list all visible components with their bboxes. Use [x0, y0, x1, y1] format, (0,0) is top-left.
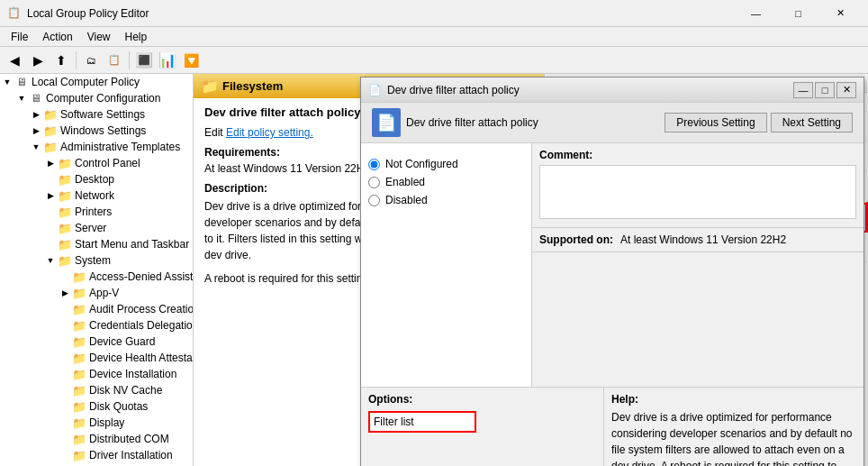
toolbar-show-hide[interactable]: 🗂 [80, 50, 102, 71]
sidebar-item-audit-process[interactable]: 📁 Audit Process Creation [0, 301, 193, 317]
label-device-guard: Device Guard [89, 335, 155, 348]
expander-system[interactable]: ▼ [43, 253, 58, 268]
expander-net[interactable]: ▶ [43, 188, 58, 203]
expander-audit[interactable] [58, 302, 72, 316]
filter-list-box[interactable]: Filter list [368, 411, 476, 433]
expander-ad[interactable] [58, 270, 72, 284]
folder-icon-appv: 📁 [72, 286, 86, 300]
sidebar-item-app-v[interactable]: ▶ 📁 App-V [0, 285, 193, 301]
toolbar-back[interactable]: ◀ [4, 50, 25, 71]
toolbar-show-hide2[interactable]: 📋 [104, 50, 125, 71]
sidebar-item-device-health[interactable]: 📁 Device Health Attestation S [0, 350, 193, 366]
sidebar-item-control-panel[interactable]: ▶ 📁 Control Panel [0, 155, 193, 171]
sidebar-item-local-computer-policy[interactable]: ▼ 🖥 Local Computer Policy [0, 74, 193, 90]
folder-icon-dcom: 📁 [72, 432, 86, 446]
expander-dq[interactable] [58, 399, 72, 414]
radio-not-configured-label: Not Configured [385, 158, 458, 170]
expander-dn[interactable] [58, 383, 72, 397]
radio-enabled-input[interactable] [368, 177, 380, 188]
policy-link[interactable]: Edit policy setting. [226, 126, 313, 139]
next-setting-btn[interactable]: Next Setting [771, 113, 853, 132]
maximize-button[interactable]: □ [778, 0, 818, 27]
expander-win[interactable]: ▶ [29, 123, 43, 138]
close-button[interactable]: ✕ [820, 0, 861, 27]
sidebar-item-system[interactable]: ▼ 📁 System [0, 252, 193, 269]
sidebar-item-disk-nv[interactable]: 📁 Disk NV Cache [0, 382, 193, 398]
sidebar-item-server[interactable]: 📁 Server [0, 220, 193, 236]
label-device-health: Device Health Attestation S [89, 352, 193, 364]
toolbar-export[interactable]: 📊 [157, 50, 178, 71]
dialog-title-bar: 📄 Dev drive filter attach policy — □ ✕ [361, 78, 863, 103]
sidebar-item-desktop[interactable]: 📁 Desktop [0, 171, 193, 187]
sidebar-item-driver-install[interactable]: 📁 Driver Installation [0, 447, 193, 463]
toolbar-up[interactable]: ⬆ [50, 50, 72, 71]
menu-view[interactable]: View [80, 29, 118, 45]
sidebar-item-device-guard[interactable]: 📁 Device Guard [0, 334, 193, 350]
radio-not-configured[interactable]: Not Configured [368, 158, 524, 170]
sidebar-item-printers[interactable]: 📁 Printers [0, 204, 193, 220]
expander-dg[interactable] [58, 334, 72, 349]
expander-printers[interactable] [43, 205, 58, 219]
label-software-settings: Software Settings [60, 108, 145, 121]
toolbar-forward[interactable]: ▶ [27, 50, 49, 71]
dialog-icon: 📄 [368, 84, 382, 96]
expander-cred[interactable] [58, 318, 72, 333]
expander-appv[interactable]: ▶ [58, 286, 72, 300]
radio-not-configured-input[interactable] [368, 159, 380, 170]
expander-admin[interactable]: ▼ [29, 140, 43, 154]
comment-section: Comment: [532, 143, 863, 228]
radio-disabled-label: Disabled [385, 194, 428, 206]
sidebar-item-disk-quotas[interactable]: 📁 Disk Quotas [0, 398, 193, 415]
expander-dh[interactable] [58, 351, 72, 365]
sidebar-item-display[interactable]: 📁 Display [0, 415, 193, 431]
sidebar-item-start-menu[interactable]: 📁 Start Menu and Taskbar [0, 236, 193, 252]
supported-label: Supported on: [539, 233, 613, 246]
sidebar-item-device-install[interactable]: 📁 Device Installation [0, 366, 193, 382]
sidebar-item-distributed-com[interactable]: 📁 Distributed COM [0, 431, 193, 447]
prev-setting-btn[interactable]: Previous Setting [665, 113, 766, 132]
dialog-maximize-btn[interactable]: □ [815, 82, 835, 98]
expander-sw[interactable]: ▶ [29, 107, 43, 122]
radio-disabled-input[interactable] [368, 195, 380, 206]
folder-icon-win: 📁 [43, 123, 58, 138]
label-driver-install: Driver Installation [89, 449, 173, 461]
app-title: Local Group Policy Editor [27, 7, 149, 20]
sidebar-item-network[interactable]: ▶ 📁 Network [0, 187, 193, 204]
sidebar-item-software-settings[interactable]: ▶ 📁 Software Settings [0, 106, 193, 123]
radio-disabled[interactable]: Disabled [368, 194, 524, 206]
expander-cp[interactable]: ▶ [43, 156, 58, 170]
panel-folder-icon: 📁 [201, 78, 219, 95]
expander-drv[interactable] [58, 448, 72, 462]
options-section: Options: Filter list [361, 388, 604, 466]
label-network: Network [75, 189, 114, 202]
dialog-close-btn[interactable]: ✕ [836, 82, 856, 98]
expander-start[interactable] [43, 237, 58, 251]
minimize-button[interactable]: — [736, 0, 776, 27]
expander-local[interactable]: ▼ [0, 75, 14, 89]
comment-textarea[interactable] [539, 165, 856, 219]
expander-di[interactable] [58, 367, 72, 381]
menu-action[interactable]: Action [35, 29, 79, 45]
sidebar-item-computer-config[interactable]: ▼ 🖥 Computer Configuration [0, 90, 193, 106]
expander-desktop[interactable] [43, 172, 58, 187]
sidebar-item-windows-settings[interactable]: ▶ 📁 Windows Settings [0, 123, 193, 139]
dialog-minimize-btn[interactable]: — [793, 82, 813, 98]
menu-help[interactable]: Help [118, 29, 155, 45]
toolbar-filter[interactable]: 🔽 [180, 50, 202, 71]
sidebar-item-admin-templates[interactable]: ▼ 📁 Administrative Templates [0, 139, 193, 155]
expander-server[interactable] [43, 221, 58, 235]
sidebar-item-access-denied[interactable]: 📁 Access-Denied Assistance [0, 269, 193, 285]
expander-disp[interactable] [58, 416, 72, 430]
menu-file[interactable]: File [4, 29, 35, 45]
label-audit-process: Audit Process Creation [89, 303, 193, 315]
expander-dcom[interactable] [58, 432, 72, 446]
sidebar-item-credentials[interactable]: 📁 Credentials Delegation [0, 317, 193, 334]
radio-enabled[interactable]: Enabled [368, 176, 524, 188]
label-printers: Printers [75, 206, 112, 218]
title-bar-controls: — □ ✕ [736, 0, 861, 27]
toolbar-new[interactable]: 🔳 [133, 50, 155, 71]
dialog-bottom: Options: Filter list Help: Dev drive is … [361, 387, 863, 466]
label-desktop: Desktop [75, 173, 114, 186]
expander-computer[interactable]: ▼ [14, 91, 29, 105]
label-app-v: App-V [89, 287, 119, 299]
